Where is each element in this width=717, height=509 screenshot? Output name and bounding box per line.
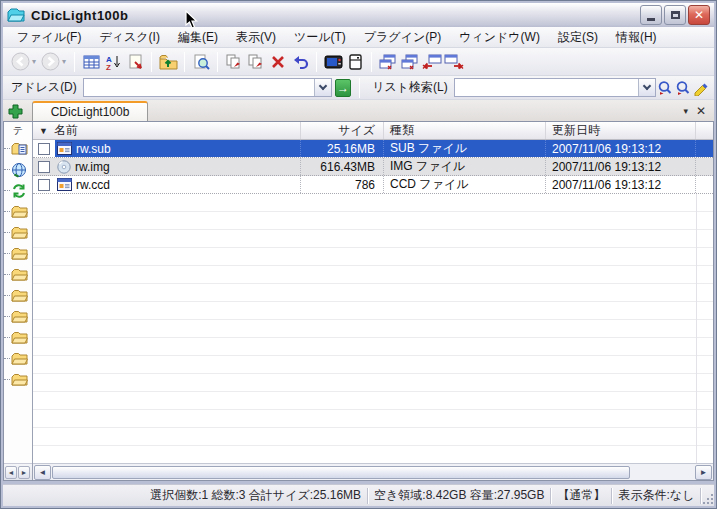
back-button[interactable] [9,50,31,74]
delete-button[interactable] [267,50,289,74]
highlighter-icon [693,80,709,96]
search-up-button[interactable] [674,78,692,98]
cascade-windows-button[interactable] [377,50,399,74]
sidebar-item-folder[interactable] [4,201,32,222]
tab-list-dropdown-icon[interactable]: ▾ [683,106,688,116]
drive-button[interactable] [344,50,366,74]
sidebar-item-folder[interactable] [4,348,32,369]
menu-disk[interactable]: ディスク(I) [91,27,167,48]
close-icon: ✕ [694,8,704,22]
scroll-left-button[interactable]: ◄ [34,465,51,480]
list-search-combobox[interactable] [454,78,657,97]
column-header-type[interactable]: 種類 [384,122,546,139]
sort-button[interactable]: AZ [102,50,124,74]
address-dropdown-button[interactable] [314,79,331,96]
plus-icon [7,103,24,119]
delete-icon [270,54,286,70]
address-combobox[interactable] [83,78,332,97]
sidebar-item-folder[interactable] [4,264,32,285]
copy-add-alt-button[interactable] [245,50,267,74]
maximize-icon [671,11,680,19]
menu-view[interactable]: 表示(V) [228,27,284,48]
file-modified: 2007/11/06 19:13:12 [552,160,661,174]
go-button[interactable]: → [335,79,351,97]
column-header-modified[interactable]: 更新日時 [546,122,696,139]
app-window: CDicLight100b ✕ ファイル(F) ディスク(I) 編集(E) 表示… [0,0,717,509]
resize-grip[interactable] [701,492,714,506]
undo-icon [291,54,309,70]
file-row-rw-img[interactable]: rw.img 616.43MB IMG ファイル 2007/11/06 19:1… [33,158,713,176]
forward-dropdown-icon[interactable]: ▾ [62,57,66,66]
sidebar-item-folder[interactable] [4,327,32,348]
title-bar[interactable]: CDicLight100b ✕ [3,3,714,27]
new-tab-button[interactable] [3,101,27,121]
file-type: CCD ファイル [390,176,468,193]
scrollbar-thumb[interactable] [52,466,630,479]
copy-add-button[interactable] [223,50,245,74]
folder-icon [11,226,28,240]
menu-file[interactable]: ファイル(F) [9,27,89,48]
folder-icon [11,373,28,387]
close-tab-left-icon [422,54,442,70]
console-button[interactable] [322,50,344,74]
menu-info[interactable]: 情報(H) [608,27,665,48]
sidebar-item-folder[interactable] [4,369,32,390]
row-checkbox[interactable] [38,161,50,173]
close-tab-left-button[interactable] [421,50,443,74]
close-button[interactable]: ✕ [688,5,710,25]
file-row-rw-ccd[interactable]: rw.ccd 786 CCD ファイル 2007/11/06 19:13:12 [33,176,713,194]
address-label: アドレス(D) [11,79,77,96]
edit-list-icon [127,54,144,70]
column-header-name[interactable]: ▼ 名前 [33,122,301,139]
search-file-button[interactable] [190,50,212,74]
column-header-size[interactable]: サイズ [301,122,384,139]
menu-tools[interactable]: ツール(T) [286,27,354,48]
menu-window[interactable]: ウィンドウ(W) [451,27,548,48]
status-capacity: 空き領域:8.42GB 容量:27.95GB [368,488,551,504]
row-checkbox[interactable] [38,179,50,191]
file-type: IMG ファイル [390,158,465,175]
file-size: 25.16MB [327,142,375,156]
folder-icon [11,205,28,219]
sidebar-item-folder[interactable] [4,243,32,264]
row-checkbox[interactable] [38,143,50,155]
list-header: ▼ 名前 サイズ 種類 更新日時 [33,122,713,140]
scroll-right-button[interactable]: ► [695,465,712,480]
folder-icon [11,289,28,303]
tab-close-icon[interactable]: ✕ [696,104,706,118]
list-search-dropdown-button[interactable] [638,79,655,96]
horizontal-scrollbar[interactable]: ◄ ► [33,463,713,480]
sidebar-item-folder[interactable] [4,222,32,243]
sort-descending-icon: ▼ [39,126,48,136]
sidebar-item-folder[interactable] [4,306,32,327]
close-tab-right-button[interactable] [443,50,465,74]
sidebar-item-network[interactable] [4,159,32,180]
back-dropdown-icon[interactable]: ▾ [32,57,36,66]
maximize-button[interactable] [664,5,686,25]
tab-bar: CDicLight100b ▾ ✕ [3,100,714,121]
status-mode: 【通常】 [551,488,612,504]
sidebar-vertical-label: テ [4,122,32,138]
undo-button[interactable] [289,50,311,74]
sidebar-item-refresh[interactable] [4,180,32,201]
menu-plugin[interactable]: プラグイン(P) [356,27,449,48]
file-row-rw-sub[interactable]: rw.sub 25.16MB SUB ファイル 2007/11/06 19:13… [33,140,713,158]
minimize-button[interactable] [640,5,662,25]
search-file-icon [193,54,210,70]
folder-up-button[interactable] [157,50,179,74]
menu-settings[interactable]: 設定(S) [550,27,606,48]
sidebar-item-folder[interactable] [4,285,32,306]
sidebar-tree: テ ◄ [4,122,33,480]
sidebar-item-root[interactable] [4,138,32,159]
list-view-button[interactable] [80,50,102,74]
forward-button[interactable] [39,50,61,74]
list-empty-area [33,194,713,463]
search-down-button[interactable] [656,78,674,98]
sidebar-scroll-left-button[interactable]: ◄ [5,466,17,479]
tab-cdiclight[interactable]: CDicLight100b [32,101,148,121]
sidebar-scroll-right-button[interactable]: ► [18,466,30,479]
file-list-panel: ▼ 名前 サイズ 種類 更新日時 rw.sub 25.16MB SUB ファイル [33,122,713,480]
highlight-button[interactable] [692,78,710,98]
edit-list-button[interactable] [124,50,146,74]
cascade-windows-alt-button[interactable] [399,50,421,74]
